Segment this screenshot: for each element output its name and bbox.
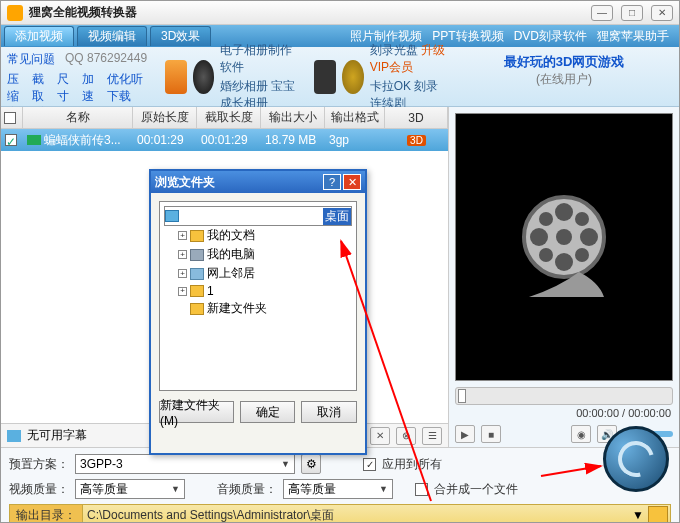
link-optimize[interactable]: 优化听下载 [107, 71, 155, 105]
tab-add-video[interactable]: 添加视频 [4, 26, 74, 46]
link-clip[interactable]: 截取 [32, 71, 51, 105]
network-icon [190, 268, 204, 280]
output-path[interactable]: C:\Documents and Settings\Administrator\… [83, 507, 632, 524]
link-album-maker[interactable]: 电子相册制作软件 [220, 42, 298, 76]
toolbar-mid: 电子相册制作软件 婚纱相册 宝宝成长相册 刻录光盘 升级VIP会员 卡拉OK 刻… [161, 47, 449, 106]
svg-point-6 [539, 212, 553, 226]
output-dir-row: 输出目录： C:\Documents and Settings\Administ… [9, 504, 671, 523]
film-reel-icon [509, 192, 619, 302]
phone-icon[interactable] [314, 60, 336, 94]
list-clear-button[interactable]: ⊗ [396, 427, 416, 445]
chevron-down-icon[interactable]: ▼ [632, 508, 644, 522]
chevron-down-icon: ▼ [171, 484, 180, 494]
table-row[interactable]: ✓ 蝙蝠侠前传3... 00:01:29 00:01:29 18.79 MB 3… [1, 129, 448, 151]
app-icon [7, 5, 23, 21]
svg-point-3 [555, 253, 573, 271]
tree-my-documents[interactable]: +我的文档 [164, 226, 352, 245]
folder-tree[interactable]: 桌面 +我的文档 +我的电脑 +网上邻居 +1 新建文件夹 [159, 201, 357, 391]
col-orig-len[interactable]: 原始长度 [133, 107, 197, 128]
col-3d[interactable]: 3D [385, 107, 448, 128]
window-buttons: — □ ✕ [591, 5, 673, 21]
chevron-down-icon: ▼ [379, 484, 388, 494]
table-header: 名称 原始长度 截取长度 输出大小 输出格式 3D [1, 107, 448, 129]
link-apple-helper[interactable]: 狸窝苹果助手 [597, 28, 669, 45]
top-links: 照片制作视频 PPT转换视频 DVD刻录软件 狸窝苹果助手 [350, 28, 669, 45]
col-clip-len[interactable]: 截取长度 [197, 107, 261, 128]
dialog-titlebar[interactable]: 浏览文件夹 ? ✕ [151, 171, 365, 193]
browse-folder-button[interactable] [648, 506, 668, 523]
col-out-size[interactable]: 输出大小 [261, 107, 325, 128]
expand-icon[interactable]: + [178, 287, 187, 296]
toolbar-right: 最好玩的3D网页游戏 (在线用户) [449, 47, 679, 106]
tree-network[interactable]: +网上邻居 [164, 264, 352, 283]
ad-game[interactable]: 最好玩的3D网页游戏 [455, 53, 673, 71]
app-title: 狸窝全能视频转换器 [29, 4, 591, 21]
folder-icon [190, 285, 204, 297]
video-preview[interactable] [455, 113, 673, 381]
expand-icon[interactable]: + [178, 250, 187, 259]
link-speed[interactable]: 加速 [82, 71, 101, 105]
cell-fmt: 3gp [325, 133, 385, 147]
play-button[interactable]: ▶ [455, 425, 475, 443]
dialog-close-button[interactable]: ✕ [343, 174, 361, 190]
preset-settings-button[interactable]: ⚙ [301, 454, 321, 474]
list-remove-button[interactable]: ✕ [370, 427, 390, 445]
new-folder-button[interactable]: 新建文件夹 (M) [159, 401, 234, 423]
link-ppt-video[interactable]: PPT转换视频 [432, 28, 503, 45]
svg-point-1 [556, 229, 572, 245]
seek-handle[interactable] [458, 389, 466, 403]
svg-point-4 [530, 228, 548, 246]
tree-folder-1[interactable]: +1 [164, 283, 352, 299]
cancel-button[interactable]: 取消 [301, 401, 357, 423]
seek-bar[interactable] [455, 387, 673, 405]
tree-new-folder[interactable]: 新建文件夹 [164, 299, 352, 318]
cell-size: 18.79 MB [261, 133, 325, 147]
tab-video-edit[interactable]: 视频编辑 [77, 26, 147, 46]
chevron-down-icon: ▼ [281, 459, 290, 469]
audio-quality-select[interactable]: 高等质量▼ [283, 479, 393, 499]
reel-icon[interactable] [193, 60, 215, 94]
link-photo-video[interactable]: 照片制作视频 [350, 28, 422, 45]
link-dvd-burn[interactable]: DVD刻录软件 [514, 28, 587, 45]
svg-point-8 [539, 248, 553, 262]
video-quality-select[interactable]: 高等质量▼ [75, 479, 185, 499]
col-name[interactable]: 名称 [23, 107, 133, 128]
dialog-body: 桌面 +我的文档 +我的电脑 +网上邻居 +1 新建文件夹 新建文件夹 (M) … [151, 193, 365, 431]
toolbar: 常见问题 QQ 876292449 压缩 截取 尺寸 加速 优化听下载 字幕 音… [1, 47, 679, 107]
3d-badge-icon[interactable]: 3D [407, 135, 426, 146]
merge-checkbox[interactable] [415, 483, 428, 496]
link-qq[interactable]: QQ 876292449 [65, 51, 147, 68]
link-compress[interactable]: 压缩 [7, 71, 26, 105]
select-all-checkbox[interactable] [4, 112, 16, 124]
disc-icon[interactable] [342, 60, 364, 94]
maximize-button[interactable]: □ [621, 5, 643, 21]
thumbnail-icon [27, 135, 41, 145]
time-display: 00:00:00 / 00:00:00 [449, 405, 679, 421]
album-icon[interactable] [165, 60, 187, 94]
close-button[interactable]: ✕ [651, 5, 673, 21]
convert-button[interactable] [603, 426, 669, 492]
preset-select[interactable]: 3GPP-3▼ [75, 454, 295, 474]
expand-icon[interactable]: + [178, 231, 187, 240]
dialog-help-button[interactable]: ? [323, 174, 341, 190]
apply-all-checkbox[interactable]: ✓ [363, 458, 376, 471]
link-size[interactable]: 尺寸 [57, 71, 76, 105]
expand-icon[interactable]: + [178, 269, 187, 278]
minimize-button[interactable]: — [591, 5, 613, 21]
tree-my-computer[interactable]: +我的电脑 [164, 245, 352, 264]
tree-desktop[interactable]: 桌面 [164, 206, 352, 226]
cell-orig: 00:01:29 [133, 133, 197, 147]
list-menu-button[interactable]: ☰ [422, 427, 442, 445]
link-faq[interactable]: 常见问题 [7, 51, 55, 68]
merge-label: 合并成一个文件 [434, 481, 518, 498]
refresh-icon [611, 434, 660, 483]
folder-icon [190, 230, 204, 242]
ok-button[interactable]: 确定 [240, 401, 296, 423]
audio-quality-value: 高等质量 [288, 481, 336, 498]
snapshot-button[interactable]: ◉ [571, 425, 591, 443]
toolbar-left: 常见问题 QQ 876292449 压缩 截取 尺寸 加速 优化听下载 字幕 音… [1, 47, 161, 106]
stop-button[interactable]: ■ [481, 425, 501, 443]
col-out-fmt[interactable]: 输出格式 [325, 107, 385, 128]
row-checkbox[interactable]: ✓ [5, 134, 17, 146]
tab-3d-effect[interactable]: 3D效果 [150, 26, 211, 46]
